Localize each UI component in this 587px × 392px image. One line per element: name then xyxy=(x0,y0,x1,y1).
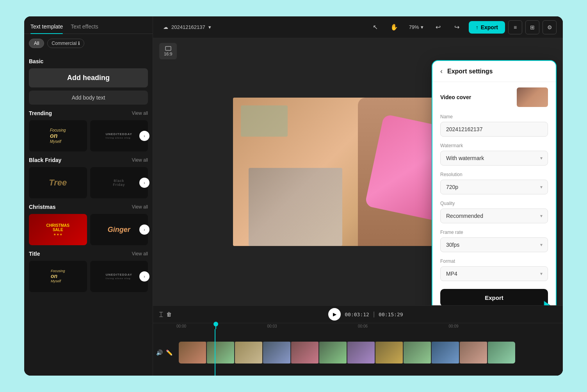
zoom-level: 79% xyxy=(409,24,419,30)
ruler-mark-2: 00:06 xyxy=(358,324,449,328)
video-thumb[interactable] xyxy=(517,87,548,107)
layers-icon: ≡ xyxy=(514,24,517,30)
add-heading-button[interactable]: Add heading xyxy=(29,68,148,87)
cursor-tool-btn[interactable]: ↖ xyxy=(368,20,382,34)
watermark-select[interactable]: With watermark Without watermark xyxy=(440,151,548,166)
split-btn[interactable]: ⊞ xyxy=(525,20,539,34)
format-field: Format MP4 MOV AVI GIF xyxy=(432,255,556,284)
sidebar-content: Basic Add heading Add body text Trending… xyxy=(24,53,153,376)
resolution-select[interactable]: 480p 720p 1080p 2K 4K xyxy=(440,180,548,194)
undo-icon: ↩ xyxy=(436,23,441,31)
quality-label: Quality xyxy=(440,201,548,206)
christmas-title: Christmas xyxy=(29,204,55,210)
watermark-select-wrapper: With watermark Without watermark xyxy=(440,151,548,166)
basic-section-title: Basic xyxy=(29,58,43,64)
gear-icon: ⚙ xyxy=(547,24,552,30)
video-track xyxy=(179,342,515,363)
add-body-button[interactable]: Add body text xyxy=(29,91,148,105)
christmas-next-btn[interactable]: › xyxy=(139,225,149,235)
template-title-focusing[interactable]: FocusingonMyself xyxy=(29,261,87,292)
panel-header: ‹ Export settings xyxy=(432,61,556,82)
zoom-control[interactable]: 79% ▾ xyxy=(406,23,427,32)
resolution-label: Resolution xyxy=(440,172,548,177)
timeline-area: ⌶ 🗑 ▶ 00:03:12 | 00:15:29 00:00 00:03 00… xyxy=(153,305,563,376)
title-templates: FocusingonMyself UNEDITEDDAYliving alone… xyxy=(29,261,148,292)
filter-all-btn[interactable]: All xyxy=(29,39,44,48)
christmas-view-all[interactable]: View all xyxy=(132,204,148,210)
template-tree[interactable]: Tree xyxy=(29,167,87,198)
cursor-decoration xyxy=(540,297,557,305)
undo-btn[interactable]: ↩ xyxy=(431,20,445,34)
tab-text-template[interactable]: Text template xyxy=(30,23,63,34)
redo-btn[interactable]: ↪ xyxy=(450,20,464,34)
sidebar-filters: All Commercial ℹ xyxy=(24,39,153,53)
ruler-mark-1: 00:03 xyxy=(267,324,358,328)
ruler-mark-0: 00:00 xyxy=(176,324,267,328)
track-thumb-10 xyxy=(432,342,459,363)
quality-select[interactable]: Recommended High Medium Low xyxy=(440,208,548,223)
blackfriday-title: Black Friday xyxy=(29,157,61,163)
panel-export-button[interactable]: Export xyxy=(440,289,548,305)
blackfriday-next-btn[interactable]: › xyxy=(139,178,149,188)
track-thumb-8 xyxy=(375,342,403,363)
cloud-save[interactable]: ☁ 202412162137 ▾ xyxy=(159,22,215,32)
track-thumb-6 xyxy=(319,342,347,363)
project-name: 202412162137 xyxy=(171,24,205,30)
title-section-header: Title View all xyxy=(29,251,148,257)
timeline-delete-icon[interactable]: 🗑 xyxy=(166,311,172,317)
christmas-section-header: Christmas View all xyxy=(29,204,148,210)
video-area: 16:9 ‹ Export settings xyxy=(153,38,563,305)
panel-back-btn[interactable]: ‹ xyxy=(440,67,443,75)
settings-btn[interactable]: ⚙ xyxy=(543,20,557,34)
watermark-field: Watermark With watermark Without waterma… xyxy=(432,140,556,169)
blackfriday-section-header: Black Friday View all xyxy=(29,157,148,163)
export-button[interactable]: ↑ Export xyxy=(469,21,505,34)
framerate-select[interactable]: 24fps 25fps 30fps 60fps xyxy=(440,237,548,252)
quality-select-wrapper: Recommended High Medium Low xyxy=(440,208,548,223)
blackfriday-templates: Tree BlackFriday › xyxy=(29,167,148,198)
volume-icon[interactable]: 🔊 xyxy=(156,349,163,356)
title-view-all[interactable]: View all xyxy=(132,251,148,257)
aspect-ratio-btn[interactable]: 16:9 xyxy=(159,43,177,59)
basic-buttons: Add heading Add body text xyxy=(29,68,148,105)
track-thumb-1 xyxy=(179,342,206,363)
track-thumb-3 xyxy=(235,342,262,363)
split-icon: ⊞ xyxy=(530,24,535,30)
total-time: 00:15:29 xyxy=(379,312,403,317)
hand-tool-btn[interactable]: ✋ xyxy=(387,20,401,34)
framerate-field: Frame rate 24fps 25fps 30fps 60fps xyxy=(432,226,556,255)
template-christmas-sale[interactable]: CHRISTMASSALE★ ★ ★ xyxy=(29,214,87,245)
info-icon: ℹ xyxy=(78,41,80,46)
timeline-cursor-icon[interactable]: ⌶ xyxy=(159,311,163,318)
basic-section-header: Basic xyxy=(29,58,148,64)
quality-field: Quality Recommended High Medium Low xyxy=(432,198,556,226)
title-section-title: Title xyxy=(29,251,40,257)
hand-icon: ✋ xyxy=(390,23,398,31)
zoom-chevron-icon: ▾ xyxy=(421,24,423,30)
template-focusing[interactable]: FocusingonMyself xyxy=(29,120,87,151)
track-thumb-12 xyxy=(488,342,515,363)
framerate-select-wrapper: 24fps 25fps 30fps 60fps xyxy=(440,237,548,252)
tab-text-effects[interactable]: Text effects xyxy=(71,23,98,34)
filter-commercial-btn[interactable]: Commercial ℹ xyxy=(47,39,84,48)
format-label: Format xyxy=(440,258,548,264)
trending-section-header: Trending View all xyxy=(29,110,148,116)
format-select[interactable]: MP4 MOV AVI GIF xyxy=(440,266,548,281)
cloud-icon: ☁ xyxy=(163,24,168,30)
edit-icon[interactable]: ✏️ xyxy=(166,349,173,356)
trending-next-btn[interactable]: › xyxy=(139,131,149,141)
trending-title: Trending xyxy=(29,110,52,116)
name-field: Name xyxy=(432,111,556,140)
name-input[interactable] xyxy=(440,122,548,137)
play-button[interactable]: ▶ xyxy=(328,308,341,321)
ruler-mark-3: 00:09 xyxy=(449,324,540,328)
panel-title: Export settings xyxy=(447,68,493,75)
blackfriday-view-all[interactable]: View all xyxy=(132,157,148,163)
trending-view-all[interactable]: View all xyxy=(132,110,148,116)
video-cover-row: Video cover xyxy=(432,82,556,111)
title-next-btn[interactable]: › xyxy=(139,271,149,282)
name-label: Name xyxy=(440,114,548,119)
layers-btn[interactable]: ≡ xyxy=(508,20,522,34)
export-panel: ‹ Export settings Video cover Name Water… xyxy=(432,60,557,305)
format-select-wrapper: MP4 MOV AVI GIF xyxy=(440,266,548,281)
